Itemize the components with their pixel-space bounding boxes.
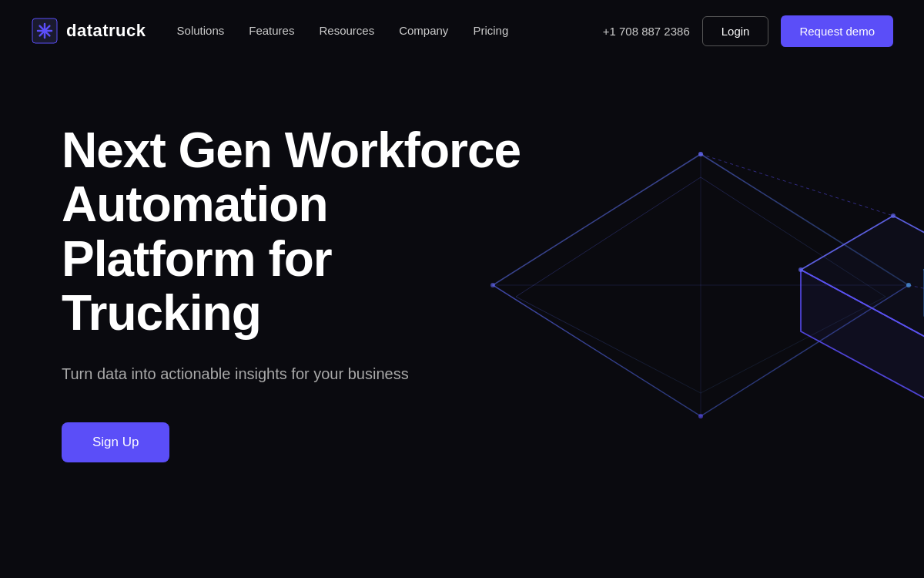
logo-icon (31, 17, 59, 45)
hero-illustration (462, 108, 924, 493)
signup-button[interactable]: Sign Up (62, 422, 169, 462)
svg-point-17 (798, 267, 803, 272)
phone-number[interactable]: +1 708 887 2386 (603, 25, 690, 38)
nav-links: Solutions Features Resources Company Pri… (177, 24, 509, 38)
svg-line-5 (701, 154, 893, 216)
svg-line-7 (493, 285, 701, 416)
nav-item-features[interactable]: Features (249, 24, 294, 38)
login-button[interactable]: Login (702, 16, 769, 46)
hero-subtitle: Turn data into actionable insights for y… (62, 362, 524, 385)
svg-point-18 (891, 213, 896, 218)
nav-right: +1 708 887 2386 Login Request demo (603, 15, 893, 47)
logo-text: datatruck (66, 21, 146, 41)
svg-point-13 (698, 414, 703, 418)
hero-content: Next Gen Workforce Automation Platform f… (62, 123, 524, 462)
hero-title: Next Gen Workforce Automation Platform f… (62, 123, 524, 341)
hero-section: Next Gen Workforce Automation Platform f… (0, 62, 924, 578)
nav-item-pricing[interactable]: Pricing (473, 24, 508, 38)
nav-item-company[interactable]: Company (399, 24, 448, 38)
logo[interactable]: datatruck (31, 17, 146, 45)
svg-point-11 (698, 152, 703, 156)
svg-point-12 (906, 283, 911, 287)
navbar: datatruck Solutions Features Resources C… (0, 0, 924, 62)
nav-item-resources[interactable]: Resources (319, 24, 374, 38)
isometric-graphic (462, 108, 924, 493)
nav-item-solutions[interactable]: Solutions (177, 24, 225, 38)
request-demo-button[interactable]: Request demo (781, 15, 893, 47)
